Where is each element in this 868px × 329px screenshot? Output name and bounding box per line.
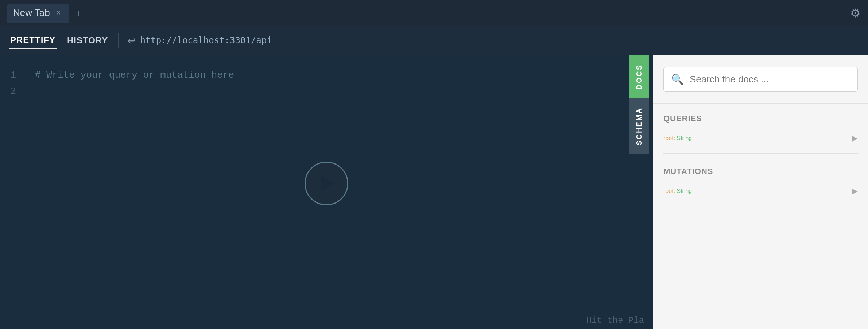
undo-icon[interactable]: ↩: [127, 35, 136, 47]
line-number-1: 1: [0, 67, 16, 83]
tab-bar: New Tab × +: [7, 4, 850, 23]
url-bar-container: ↩ http://localhost:3301/api: [127, 35, 859, 47]
search-container: 🔍: [653, 55, 868, 104]
queries-section: QUERIES root: String ▶: [653, 104, 868, 150]
line-numbers: 1 2: [0, 67, 22, 99]
queries-title: QUERIES: [663, 114, 858, 123]
play-triangle-icon: [321, 175, 335, 191]
side-tabs: DOCS SCHEMA: [629, 55, 649, 154]
search-icon: 🔍: [671, 73, 684, 85]
editor-area[interactable]: 1 2 # Write your query or mutation here …: [0, 55, 653, 329]
right-panel: 🔍 QUERIES root: String ▶ MUTATIONS root:…: [653, 55, 868, 329]
status-text: Hit the Pla: [586, 316, 644, 325]
mutation-root-arrow: ▶: [852, 186, 858, 196]
schema-tab[interactable]: SCHEMA: [629, 98, 649, 154]
main-content: 1 2 # Write your query or mutation here …: [0, 55, 868, 329]
docs-tab[interactable]: DOCS: [629, 55, 649, 98]
prettify-button[interactable]: PRETTIFY: [9, 32, 57, 49]
toolbar: PRETTIFY HISTORY ↩ http://localhost:3301…: [0, 26, 868, 55]
history-button[interactable]: HISTORY: [66, 32, 109, 49]
mutations-section: MUTATIONS root: String ▶: [653, 156, 868, 203]
status-bar: Hit the Pla: [0, 311, 653, 329]
new-tab-button[interactable]: +: [70, 5, 86, 21]
toolbar-separator: [118, 33, 119, 48]
divider: [663, 153, 858, 154]
editor-content: 1 2 # Write your query or mutation here: [0, 55, 653, 111]
query-root-type: String: [677, 135, 692, 141]
search-input[interactable]: [690, 74, 850, 85]
query-root-item[interactable]: root: String ▶: [663, 129, 858, 147]
search-box[interactable]: 🔍: [663, 67, 858, 92]
browser-chrome: New Tab × + ⚙: [0, 0, 868, 26]
mutation-root-name: root: [663, 188, 674, 194]
query-root-arrow: ▶: [852, 133, 858, 143]
code-line-2: [35, 83, 644, 99]
active-tab[interactable]: New Tab ×: [7, 4, 69, 23]
code-comment: # Write your query or mutation here: [35, 67, 644, 83]
play-button[interactable]: [305, 162, 348, 205]
query-root-label: root: String: [663, 135, 692, 142]
url-bar[interactable]: http://localhost:3301/api: [140, 35, 272, 46]
mutation-root-type: String: [677, 188, 692, 194]
mutations-title: MUTATIONS: [663, 167, 858, 176]
code-content: # Write your query or mutation here: [9, 67, 644, 99]
tab-close-button[interactable]: ×: [54, 9, 63, 18]
tab-label: New Tab: [13, 7, 50, 19]
mutation-root-label: root: String: [663, 188, 692, 194]
mutation-root-item[interactable]: root: String ▶: [663, 182, 858, 200]
settings-icon[interactable]: ⚙: [850, 6, 861, 20]
query-root-name: root: [663, 135, 674, 141]
line-number-2: 2: [0, 83, 16, 99]
